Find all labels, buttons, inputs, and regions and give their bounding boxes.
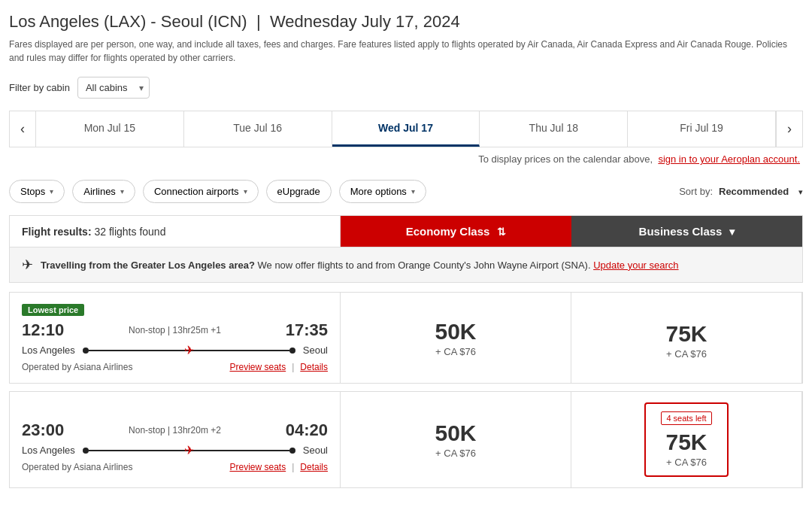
route-line-0: ✈: [83, 348, 295, 354]
depart-time-0: 12:10: [22, 320, 64, 340]
eupgrade-filter-button[interactable]: eUpgrade: [266, 180, 332, 203]
cal-day-0[interactable]: Mon Jul 15: [36, 111, 184, 147]
stops-arrow-icon: ▾: [50, 187, 53, 196]
line-0: ✈: [89, 350, 289, 351]
page-title: Los Angeles (LAX) - Seoul (ICN) | Wednes…: [9, 12, 803, 32]
operator-1: Operated by Asiana Airlines: [22, 462, 132, 472]
notice-bold: Travelling from the Greater Los Angeles …: [41, 260, 255, 271]
separator: |: [256, 12, 261, 31]
stops-label: Stops: [20, 186, 45, 197]
sign-in-row: To display prices on the calendar above,…: [9, 153, 803, 165]
plane-marker-1: ✈: [184, 445, 194, 457]
sign-in-link[interactable]: sign in to your Aeroplan account.: [658, 153, 800, 165]
route-text: Los Angeles (LAX) - Seoul (ICN): [9, 12, 247, 31]
economy-tab-label: Economy Class: [406, 225, 490, 238]
flight-footer-0: Operated by Asiana Airlines Preview seat…: [22, 362, 328, 372]
results-text: Flight results: 32 flights found: [22, 226, 165, 238]
business-price-1[interactable]: 4 seats left 75K + CA $76: [571, 392, 802, 487]
operator-0: Operated by Asiana Airlines: [22, 362, 132, 372]
badge-row-0: Lowest price: [22, 303, 328, 316]
prev-arrow[interactable]: ‹: [10, 111, 36, 147]
details-link-0[interactable]: Details: [300, 362, 328, 372]
sort-select[interactable]: Recommended Price Duration: [719, 186, 803, 197]
origin-dot-1: [83, 448, 89, 454]
economy-class-tab[interactable]: Economy Class ⇅: [341, 216, 571, 247]
more-options-arrow-icon: ▾: [411, 187, 415, 196]
cal-day-1[interactable]: Tue Jul 16: [184, 111, 332, 147]
economy-price-1[interactable]: 50K + CA $76: [341, 392, 571, 487]
destination-1: Seoul: [303, 445, 328, 456]
update-search-link[interactable]: Update your search: [593, 260, 678, 271]
notice-text: Travelling from the Greater Los Angeles …: [41, 260, 679, 271]
sort-label: Sort by:: [679, 186, 713, 197]
disclaimer-text: Fares displayed are per person, one way,…: [9, 38, 803, 65]
economy-sort-icon: ⇅: [497, 226, 506, 238]
results-label: Flight results: 32 flights found: [10, 216, 341, 247]
business-tab-label: Business Class: [639, 225, 723, 238]
economy-cash-0: + CA $76: [435, 346, 476, 357]
business-sort-icon: ▾: [729, 226, 735, 238]
cal-day-2[interactable]: Wed Jul 17: [332, 111, 480, 147]
notice-body: We now offer flights to and from Orange …: [258, 260, 594, 271]
sign-in-prefix: To display prices on the calendar above,: [478, 153, 653, 165]
stops-filter-button[interactable]: Stops ▾: [9, 180, 65, 203]
line-1: ✈: [89, 450, 289, 451]
connection-arrow-icon: ▾: [244, 187, 247, 196]
date-text: Wednesday July 17, 2024: [270, 12, 460, 31]
flight-links-1: Preview seats | Details: [229, 462, 328, 472]
cal-day-4[interactable]: Fri Jul 19: [628, 111, 776, 147]
sort-row: Sort by: Recommended Price Duration: [679, 186, 803, 197]
page-container: Los Angeles (LAX) - Seoul (ICN) | Wednes…: [0, 0, 812, 508]
airlines-filter-button[interactable]: Airlines ▾: [72, 180, 135, 203]
sep-1: |: [292, 462, 294, 472]
business-price-0[interactable]: 75K + CA $76: [571, 293, 802, 383]
airlines-arrow-icon: ▾: [120, 187, 124, 196]
sort-select-wrap[interactable]: Recommended Price Duration: [719, 186, 803, 197]
economy-price-0[interactable]: 50K + CA $76: [341, 293, 571, 383]
details-link-1[interactable]: Details: [300, 462, 328, 472]
more-options-label: More options: [350, 186, 407, 197]
results-count: 32 flights found: [94, 226, 165, 238]
flight-duration-1: Non-stop | 13hr20m +2: [129, 425, 221, 436]
more-options-filter-button[interactable]: More options ▾: [339, 180, 426, 203]
flight-card-0: Lowest price 12:10 Non-stop | 13hr25m +1…: [9, 292, 803, 384]
business-class-tab[interactable]: Business Class ▾: [571, 216, 802, 247]
dest-dot-1: [289, 448, 295, 454]
route-row-1: Los Angeles ✈ Seoul: [22, 445, 328, 456]
economy-points-0: 50K: [435, 319, 476, 345]
plane-marker-0: ✈: [184, 345, 194, 357]
preview-seats-link-0[interactable]: Preview seats: [229, 362, 286, 372]
business-seats-badge-1: 4 seats left: [661, 411, 711, 425]
sep-0: |: [292, 362, 294, 372]
filter-label: Filter by cabin: [9, 82, 70, 93]
business-price-border-1: 4 seats left 75K + CA $76: [644, 402, 728, 477]
flight-links-0: Preview seats | Details: [229, 362, 328, 372]
route-line-1: ✈: [83, 448, 295, 454]
results-bold: Flight results:: [22, 226, 92, 238]
destination-0: Seoul: [303, 345, 328, 356]
plane-icon: ✈: [22, 256, 33, 273]
business-cash-0: + CA $76: [666, 348, 707, 360]
cal-day-3[interactable]: Thu Jul 18: [480, 111, 628, 147]
arrive-time-0: 17:35: [286, 320, 328, 340]
calendar-nav: ‹ Mon Jul 15 Tue Jul 16 Wed Jul 17 Thu J…: [9, 111, 803, 147]
origin-dot-0: [83, 348, 89, 354]
preview-seats-link-1[interactable]: Preview seats: [229, 462, 286, 472]
flight-info-0: Lowest price 12:10 Non-stop | 13hr25m +1…: [10, 293, 341, 383]
flight-times-0: 12:10 Non-stop | 13hr25m +1 17:35: [22, 320, 328, 340]
economy-cash-1: + CA $76: [435, 448, 476, 459]
origin-1: Los Angeles: [22, 445, 75, 456]
flight-card-1: 23:00 Non-stop | 13hr20m +2 04:20 Los An…: [9, 391, 803, 488]
connection-airports-filter-button[interactable]: Connection airports ▾: [143, 180, 259, 203]
business-points-1: 75K: [665, 430, 707, 455]
arrive-time-1: 04:20: [286, 420, 328, 440]
filter-row: Filter by cabin All cabins Economy Busin…: [9, 77, 803, 99]
cabin-filter-select[interactable]: All cabins Economy Business: [77, 77, 150, 99]
cabin-filter-wrapper[interactable]: All cabins Economy Business: [77, 77, 150, 99]
travel-notice: ✈ Travelling from the Greater Los Angele…: [9, 247, 803, 283]
origin-0: Los Angeles: [22, 345, 75, 356]
depart-time-1: 23:00: [22, 420, 64, 440]
flight-duration-0: Non-stop | 13hr25m +1: [129, 325, 221, 335]
next-arrow[interactable]: ›: [776, 111, 802, 147]
badge-row-1: [22, 402, 328, 416]
